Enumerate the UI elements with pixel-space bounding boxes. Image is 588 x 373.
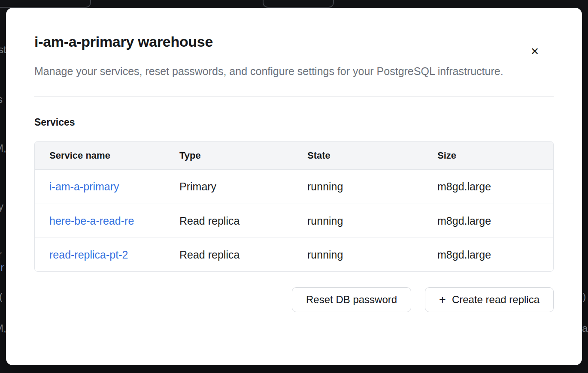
create-read-replica-button[interactable]: + Create read replica: [425, 287, 554, 312]
reset-db-password-button[interactable]: Reset DB password: [292, 287, 411, 312]
service-size: m8gd.large: [437, 249, 553, 261]
service-size: m8gd.large: [437, 215, 553, 227]
column-header-service-name: Service name: [35, 150, 179, 161]
background-fragment: M,: [0, 142, 6, 154]
table-row: read-replica-pt-2 Read replica running m…: [35, 238, 553, 271]
table-header-row: Service name Type State Size: [35, 141, 553, 170]
background-fragment: r: [0, 249, 2, 261]
background-fragment: M,: [0, 322, 6, 334]
page-title: i-am-a-primary warehouse: [34, 33, 554, 50]
dialog-actions: Reset DB password + Create read replica: [34, 287, 554, 312]
warehouse-dialog: i-am-a-primary warehouse ✕ Manage your s…: [6, 8, 582, 365]
column-header-size: Size: [437, 150, 553, 161]
plus-icon: +: [439, 294, 446, 306]
service-size: m8gd.large: [437, 180, 553, 193]
background-fragment: (: [0, 291, 3, 303]
background-button-outline: [263, 0, 334, 8]
reset-db-password-label: Reset DB password: [306, 294, 397, 306]
column-header-state: State: [307, 150, 437, 161]
background-fragment: y: [0, 201, 3, 213]
services-table: Service name Type State Size i-am-a-prim…: [34, 141, 554, 272]
service-link[interactable]: read-replica-pt-2: [49, 249, 128, 261]
table-row: i-am-a-primary Primary running m8gd.larg…: [35, 170, 553, 204]
service-state: running: [307, 215, 437, 227]
background-fragment: s: [0, 93, 3, 105]
dialog-description: Manage your services, reset passwords, a…: [34, 62, 515, 80]
service-link[interactable]: i-am-a-primary: [49, 180, 119, 193]
service-type: Primary: [179, 180, 307, 193]
create-read-replica-label: Create read replica: [452, 294, 540, 306]
table-row: here-be-a-read-re Read replica running m…: [35, 204, 553, 238]
service-state: running: [307, 180, 437, 193]
service-state: running: [307, 249, 437, 261]
service-type: Read replica: [179, 249, 307, 261]
background-fragment: st: [0, 44, 6, 56]
divider: [34, 96, 554, 97]
background-fragment: ir: [0, 262, 4, 274]
services-heading: Services: [34, 117, 554, 128]
column-header-type: Type: [179, 150, 307, 161]
service-link[interactable]: here-be-a-read-re: [49, 215, 134, 227]
background-button-outline: [0, 0, 91, 8]
close-icon[interactable]: ✕: [527, 44, 543, 59]
service-type: Read replica: [179, 215, 307, 227]
